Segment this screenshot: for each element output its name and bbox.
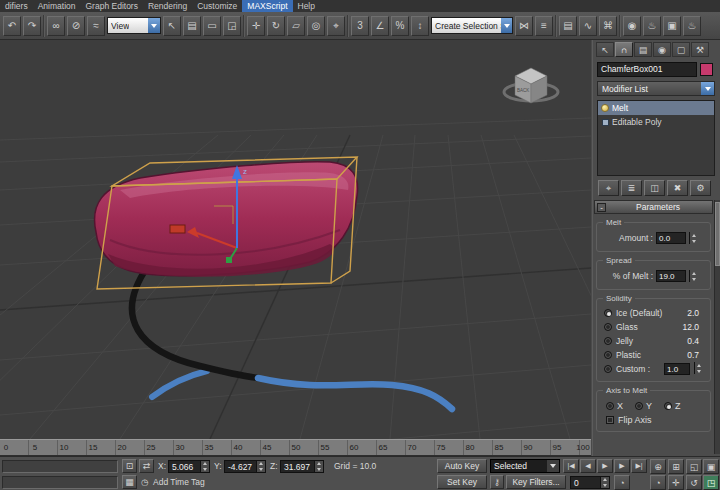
- axis-x-label[interactable]: X: [617, 401, 623, 411]
- redo-icon[interactable]: ↷: [23, 16, 41, 36]
- spinner-snap-icon[interactable]: ↕: [411, 16, 429, 36]
- flip-axis-checkbox[interactable]: [606, 416, 614, 424]
- plastic-label[interactable]: Plastic: [616, 350, 641, 360]
- custom-label[interactable]: Custom :: [616, 364, 650, 374]
- render-setup-icon[interactable]: ♨: [643, 16, 661, 36]
- tab-utilities-icon[interactable]: ⚒: [691, 42, 709, 57]
- viewport-canvas[interactable]: z BACK: [0, 40, 591, 439]
- named-selection-set-dropdown[interactable]: Create Selection Se: [431, 17, 513, 34]
- timeline-tick[interactable]: 80: [466, 443, 475, 452]
- jelly-label[interactable]: Jelly: [616, 336, 633, 346]
- spinner-arrows[interactable]: [689, 270, 698, 282]
- dropdown-arrow-icon[interactable]: [501, 18, 512, 33]
- show-end-result-icon[interactable]: ≣: [621, 180, 642, 196]
- go-to-end-button[interactable]: ▶|: [631, 459, 647, 473]
- menu-item-customize[interactable]: Customize: [192, 0, 242, 12]
- select-and-rotate-icon[interactable]: ↻: [267, 16, 285, 36]
- timeline-tick[interactable]: 30: [176, 443, 185, 452]
- maximize-viewport-toggle-icon[interactable]: ◳: [703, 475, 719, 490]
- radio-plastic[interactable]: [604, 351, 612, 359]
- quick-render-icon[interactable]: ♨: [683, 16, 701, 36]
- next-frame-button[interactable]: ▶: [614, 459, 630, 473]
- modifier-list-dropdown[interactable]: Modifier List: [597, 81, 715, 96]
- snap-toggle-icon[interactable]: 3: [351, 16, 369, 36]
- set-keys-key-icon[interactable]: ⚷: [490, 475, 504, 489]
- timeline-tick[interactable]: 60: [350, 443, 359, 452]
- track-bar[interactable]: 0 5 10 15 20 25 30 35 40 45 50 55 60 65 …: [0, 439, 591, 456]
- object-color-swatch[interactable]: [700, 63, 713, 76]
- parameters-rollout-header[interactable]: - Parameters: [594, 200, 713, 214]
- zoom-all-icon[interactable]: ⊞: [668, 459, 684, 474]
- schematic-view-icon[interactable]: ⌘: [599, 16, 617, 36]
- dropdown-arrow-icon[interactable]: [701, 82, 714, 95]
- glass-label[interactable]: Glass: [616, 322, 638, 332]
- timeline-tick[interactable]: 55: [321, 443, 330, 452]
- rendered-frame-window-icon[interactable]: ▣: [663, 16, 681, 36]
- spinner-arrows[interactable]: [600, 477, 609, 488]
- timeline-tick[interactable]: 15: [89, 443, 98, 452]
- selection-region-icon[interactable]: ▭: [203, 16, 221, 36]
- menu-item-maxscript[interactable]: MAXScript: [242, 0, 292, 12]
- scrollbar-thumb[interactable]: [715, 202, 720, 266]
- spinner-arrows[interactable]: [689, 232, 698, 244]
- tab-hierarchy-icon[interactable]: ▤: [634, 42, 652, 57]
- material-editor-icon[interactable]: ◉: [623, 16, 641, 36]
- timeline-tick[interactable]: 0: [4, 443, 8, 452]
- timeline-tick[interactable]: 5: [33, 443, 37, 452]
- select-and-manipulate-icon[interactable]: ⌖: [327, 16, 345, 36]
- menu-item-help[interactable]: Help: [293, 0, 320, 12]
- configure-modifier-sets-icon[interactable]: ⚙: [690, 180, 711, 196]
- timeline-tick[interactable]: 50: [292, 443, 301, 452]
- radio-glass[interactable]: [604, 323, 612, 331]
- select-and-link-icon[interactable]: ∞: [47, 16, 65, 36]
- radio-custom[interactable]: [604, 365, 612, 373]
- axis-y-label[interactable]: Y: [646, 401, 652, 411]
- unlink-selection-icon[interactable]: ⊘: [67, 16, 85, 36]
- angle-snap-icon[interactable]: ∠: [371, 16, 389, 36]
- align-icon[interactable]: ≡: [535, 16, 553, 36]
- undo-icon[interactable]: ↶: [3, 16, 21, 36]
- use-pivot-center-icon[interactable]: ◎: [307, 16, 325, 36]
- flip-axis-label[interactable]: Flip Axis: [618, 415, 652, 425]
- radio-axis-y[interactable]: [635, 402, 643, 410]
- z-coordinate-field[interactable]: 31.697: [280, 460, 324, 473]
- rollout-collapse-icon[interactable]: -: [597, 203, 606, 212]
- pin-stack-icon[interactable]: ⌖: [598, 180, 619, 196]
- select-by-name-icon[interactable]: ▤: [183, 16, 201, 36]
- key-selection-set-dropdown[interactable]: Selected: [490, 459, 560, 473]
- timeline-tick[interactable]: 95: [553, 443, 562, 452]
- panel-scrollbar[interactable]: [714, 200, 720, 454]
- spinner-arrows[interactable]: [694, 362, 703, 374]
- tab-modify-icon[interactable]: ∩: [615, 42, 633, 57]
- time-configuration-icon[interactable]: ◔: [614, 475, 630, 490]
- tab-create-icon[interactable]: ↖: [596, 42, 614, 57]
- timeline-tick[interactable]: 45: [263, 443, 272, 452]
- previous-frame-button[interactable]: ◀: [580, 459, 596, 473]
- timeline-tick[interactable]: 70: [408, 443, 417, 452]
- dropdown-arrow-icon[interactable]: [547, 460, 559, 472]
- timeline-tick[interactable]: 25: [147, 443, 156, 452]
- timeline-tick[interactable]: 40: [234, 443, 243, 452]
- tab-display-icon[interactable]: ▢: [672, 42, 690, 57]
- make-unique-icon[interactable]: ◫: [644, 180, 665, 196]
- x-coordinate-field[interactable]: 5.066: [168, 460, 210, 473]
- timeline-tick[interactable]: 85: [495, 443, 504, 452]
- spinner-arrows[interactable]: [200, 461, 209, 472]
- menu-item-animation[interactable]: Animation: [33, 0, 81, 12]
- mirror-icon[interactable]: ⋈: [515, 16, 533, 36]
- menu-item-rendering[interactable]: Rendering: [143, 0, 192, 12]
- timeline-tick[interactable]: 75: [437, 443, 446, 452]
- reference-coordinate-dropdown[interactable]: View: [107, 17, 161, 34]
- y-coordinate-field[interactable]: -4.627: [224, 460, 266, 473]
- zoom-icon[interactable]: ⊕: [650, 459, 666, 474]
- percent-of-melt-field[interactable]: 19.0: [656, 270, 686, 282]
- percent-snap-icon[interactable]: %: [391, 16, 409, 36]
- timeline-tick[interactable]: 35: [205, 443, 214, 452]
- go-to-start-button[interactable]: |◀: [563, 459, 579, 473]
- radio-jelly[interactable]: [604, 337, 612, 345]
- window-crossing-icon[interactable]: ◲: [223, 16, 241, 36]
- spinner-arrows[interactable]: [314, 461, 323, 472]
- pan-view-icon[interactable]: ✛: [668, 475, 684, 490]
- set-key-button[interactable]: Set Key: [437, 475, 487, 489]
- timeline-tick[interactable]: 100: [576, 443, 589, 452]
